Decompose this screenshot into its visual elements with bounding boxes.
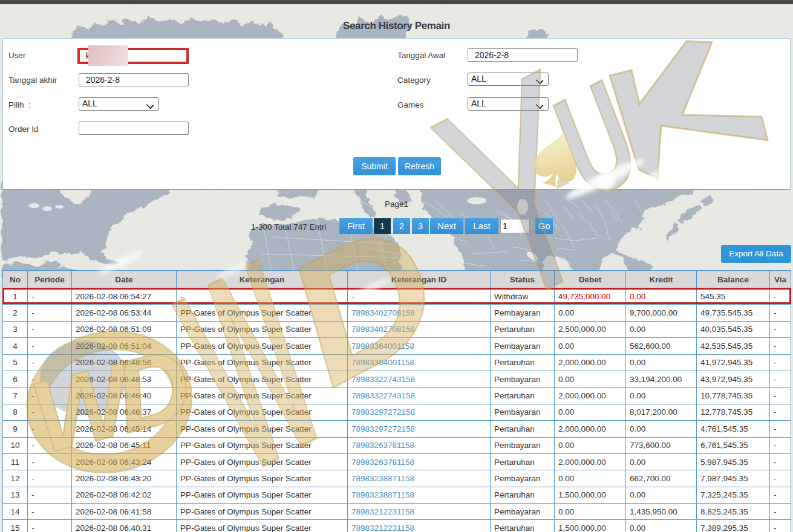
- svg-text:WD: WD: [21, 327, 200, 475]
